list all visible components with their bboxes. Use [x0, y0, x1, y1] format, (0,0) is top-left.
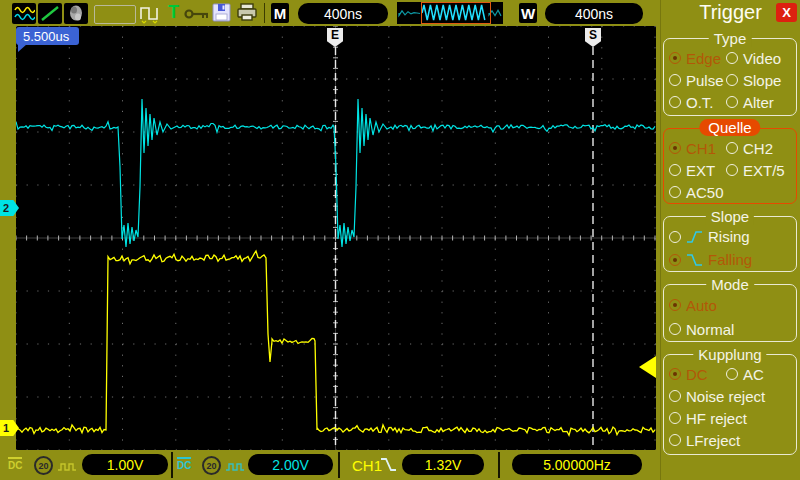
main-timebase-label: M: [271, 3, 289, 23]
radio-ac50[interactable]: AC50: [667, 181, 724, 203]
radio-noise-reject[interactable]: Noise reject: [667, 385, 793, 407]
waveform-display: 5.500us E S 2 1: [16, 26, 656, 450]
radio-icon: [669, 74, 681, 86]
radio-icon: [669, 390, 681, 402]
ch2-coupling-icon: DC: [177, 457, 191, 471]
radio-video[interactable]: Video: [724, 47, 793, 69]
radio-icon: [669, 186, 681, 198]
radio-icon: [669, 323, 681, 335]
statusbar-divider: [338, 452, 340, 478]
radio-icon: [669, 142, 681, 154]
radio-icon: [726, 96, 738, 108]
ch1-coupling-icon: DC: [8, 457, 22, 471]
group-type-title: Type: [709, 30, 752, 47]
radio-ot[interactable]: O.T.: [667, 91, 724, 113]
key-icon[interactable]: [184, 7, 210, 25]
window-timebase-value[interactable]: 400ns: [545, 3, 643, 24]
radio-icon: [726, 164, 738, 176]
radio-slope[interactable]: Slope: [724, 69, 793, 91]
radio-icon: [669, 434, 681, 446]
group-source: Quelle CH1 CH2 EXT EXT/5 AC50: [663, 128, 797, 204]
ch1-waveform-icon: [57, 459, 77, 477]
ch2-bandwidth-icon: 20: [202, 456, 221, 475]
radio-icon: [669, 368, 681, 380]
print-icon[interactable]: [236, 3, 258, 26]
zoom-window-box[interactable]: [421, 2, 491, 24]
trigger-source-label: CH1: [352, 457, 382, 474]
radio-auto[interactable]: Auto: [667, 293, 793, 317]
radio-pulse[interactable]: Pulse: [667, 69, 724, 91]
radio-icon: [669, 254, 681, 266]
group-mode: Mode Auto Normal: [663, 284, 797, 342]
empty-slot: [94, 5, 136, 24]
radio-rising[interactable]: Rising: [667, 225, 793, 248]
trigger-menu: Trigger X Type Edge Video Pulse Slope O.…: [660, 0, 800, 480]
group-coupling-title: Kupplung: [693, 346, 766, 363]
radio-hf-reject[interactable]: HF reject: [667, 407, 793, 429]
radio-icon: [669, 299, 681, 311]
toolbar-divider: [264, 3, 265, 23]
radio-icon: [726, 52, 738, 64]
radio-icon: [669, 412, 681, 424]
radio-dc[interactable]: DC: [667, 363, 724, 385]
radio-icon: [669, 96, 681, 108]
radio-ext5[interactable]: EXT/5: [724, 159, 793, 181]
radio-alter[interactable]: Alter: [724, 91, 793, 113]
ch2-waveform-icon: [225, 459, 245, 477]
group-type: Type Edge Video Pulse Slope O.T. Alter: [663, 38, 797, 116]
group-slope: Slope Rising Falling: [663, 216, 797, 272]
statusbar: DC 20 1.00V DC 20 2.00V CH1 1.32V 5.0000…: [0, 450, 660, 480]
radio-edge[interactable]: Edge: [667, 47, 724, 69]
screen-copy-icon[interactable]: [64, 3, 88, 24]
ch1-scale-value[interactable]: 1.00V: [82, 454, 168, 475]
falling-edge-icon: [686, 252, 703, 268]
radio-lf-reject[interactable]: LFreject: [667, 429, 793, 451]
radio-ac[interactable]: AC: [724, 363, 793, 385]
toolbar: T M 400ns W 400ns: [0, 0, 660, 26]
group-slope-title: Slope: [706, 208, 754, 225]
delay-readout-tag[interactable]: 5.500us: [16, 27, 79, 45]
trigger-level-arrow[interactable]: [639, 356, 656, 378]
ch1-bandwidth-icon: 20: [34, 456, 53, 475]
trigger-falling-edge-icon: [379, 456, 398, 477]
trigger-level-value[interactable]: 1.32V: [402, 454, 484, 475]
waveform-preview[interactable]: [397, 2, 503, 24]
channels-icon[interactable]: [12, 3, 36, 24]
menu-header: Trigger X: [661, 0, 800, 26]
group-coupling: Kupplung DC AC Noise reject HF reject LF…: [663, 354, 797, 455]
radio-ch2[interactable]: CH2: [724, 137, 793, 159]
save-icon[interactable]: [212, 3, 231, 26]
radio-icon: [726, 142, 738, 154]
group-mode-title: Mode: [706, 276, 754, 293]
window-timebase-label: W: [519, 3, 537, 23]
radio-ch1[interactable]: CH1: [667, 137, 724, 159]
statusbar-divider: [171, 452, 173, 478]
main-timebase-value[interactable]: 400ns: [298, 3, 388, 24]
radio-falling[interactable]: Falling: [667, 248, 793, 271]
ch2-scale-value[interactable]: 2.00V: [248, 454, 333, 475]
radio-icon: [726, 368, 738, 380]
radio-icon: [669, 164, 681, 176]
radio-icon: [669, 52, 681, 64]
radio-normal[interactable]: Normal: [667, 317, 793, 341]
frequency-counter-value: 5.00000Hz: [512, 454, 642, 475]
group-source-title: Quelle: [699, 119, 760, 136]
radio-ext[interactable]: EXT: [667, 159, 724, 181]
close-icon[interactable]: X: [776, 3, 797, 22]
rising-edge-icon: [686, 229, 703, 245]
scope-graticule: [16, 26, 656, 450]
slope-line-icon[interactable]: [38, 3, 62, 24]
radio-icon: [726, 74, 738, 86]
pulse-width-icon[interactable]: [138, 2, 164, 28]
statusbar-divider: [498, 452, 500, 478]
radio-icon: [669, 231, 681, 243]
trigger-t-icon[interactable]: T: [168, 2, 179, 23]
